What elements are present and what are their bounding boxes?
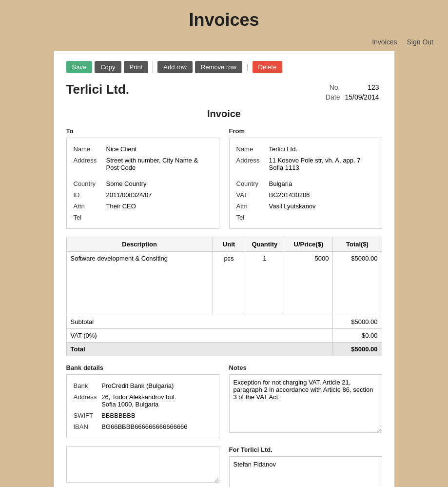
to-attn-label: Attn	[74, 201, 105, 211]
bank-iban-value: BG66BBBB666666666666666	[101, 422, 191, 432]
col-total: Total($)	[333, 237, 382, 252]
to-id-value: 2011/008324/07	[106, 190, 212, 200]
sig-heading: For Terlici Ltd.	[229, 446, 382, 453]
col-quantity: Quantity	[245, 237, 284, 252]
to-country-label: Country	[74, 179, 105, 189]
bank-bank-label: Bank	[74, 381, 101, 391]
separator-top	[153, 61, 153, 73]
items-table: Description Unit Quantity U/Price($) Tot…	[66, 237, 382, 356]
col-uprice: U/Price($)	[284, 237, 333, 252]
to-attn-value: Their CEO	[106, 201, 212, 211]
from-table: Name Terlici Ltd. Address 11 Kosovo Pole…	[235, 143, 366, 223]
invoice-title: Invoice	[66, 108, 382, 120]
top-nav: Invoices Sign Out	[0, 35, 448, 51]
from-vat-value: BG201430206	[269, 190, 365, 200]
toolbar-top: Save Copy Print Add row Remove row | Del…	[66, 61, 382, 73]
notes-textarea[interactable]	[229, 374, 382, 433]
no-label: No.	[324, 83, 342, 92]
col-description: Description	[66, 237, 213, 252]
to-inner: Name Nice Client Address Street with num…	[66, 138, 219, 229]
page-title: Invoices	[0, 0, 448, 35]
copy-button-top[interactable]: Copy	[95, 61, 121, 73]
to-block: To Name Nice Client Address Street with …	[66, 127, 219, 229]
nav-signout[interactable]: Sign Out	[407, 38, 433, 46]
to-tel-value	[106, 212, 212, 223]
subtotal-row: Subtotal $5000.00	[66, 315, 382, 329]
from-inner: Name Terlici Ltd. Address 11 Kosovo Pole…	[229, 138, 382, 229]
subtotal-label: Subtotal	[66, 315, 333, 329]
bank-heading: Bank details	[66, 364, 219, 371]
item-quantity: 1	[245, 252, 284, 315]
from-tel-label: Tel	[236, 212, 268, 223]
notes-heading: Notes	[229, 364, 382, 371]
to-address-label: Address	[74, 155, 105, 173]
bank-table: Bank ProCredit Bank (Bulgaria) Address 2…	[73, 380, 193, 433]
from-heading: From	[229, 127, 382, 135]
total-row: Total $5000.00	[66, 343, 382, 356]
bank-swift-value: BBBBBBBB	[101, 410, 191, 421]
removerow-button-top[interactable]: Remove row	[195, 61, 242, 73]
no-value: 123	[343, 83, 381, 92]
toolbar-sep2: |	[247, 63, 249, 71]
item-unit: pcs	[213, 252, 245, 315]
bank-address-label: Address	[74, 392, 101, 409]
bank-swift-label: SWIFT	[74, 410, 101, 421]
company-name: Terlici Ltd.	[66, 82, 130, 97]
to-name-label: Name	[74, 144, 105, 154]
from-country-value: Bulgaria	[269, 179, 365, 189]
bank-notes-section: Bank details Bank ProCredit Bank (Bulgar…	[66, 364, 382, 438]
from-vat-label: VAT	[236, 190, 268, 200]
to-id-label: ID	[74, 190, 105, 200]
sig-right: For Terlici Ltd.	[229, 446, 382, 487]
to-table: Name Nice Client Address Street with num…	[73, 143, 213, 223]
bank-section: Bank details Bank ProCredit Bank (Bulgar…	[66, 364, 219, 438]
to-address-value: Street with number, City Name & Post Cod…	[106, 155, 212, 173]
from-attn-value: Vasil Lyutskanov	[269, 201, 365, 211]
address-section: To Name Nice Client Address Street with …	[66, 127, 382, 229]
from-address-label: Address	[236, 155, 268, 173]
to-tel-label: Tel	[74, 212, 105, 223]
invoice-container: Save Copy Print Add row Remove row | Del…	[54, 51, 395, 487]
from-attn-label: Attn	[236, 201, 268, 211]
from-country-label: Country	[236, 179, 268, 189]
print-button-top[interactable]: Print	[124, 61, 149, 73]
invoice-header: Terlici Ltd. No. 123 Date 15/09/2014	[66, 82, 382, 102]
nav-invoices[interactable]: Invoices	[372, 38, 397, 46]
bank-iban-label: IBAN	[74, 422, 101, 432]
from-name-value: Terlici Ltd.	[269, 144, 365, 154]
total-value: $5000.00	[333, 343, 382, 356]
from-name-label: Name	[236, 144, 268, 154]
to-heading: To	[66, 127, 219, 135]
sig-left-textarea[interactable]	[66, 446, 219, 483]
notes-section: Notes	[229, 364, 382, 438]
addrow-button-top[interactable]: Add row	[157, 61, 193, 73]
bank-bank-value: ProCredit Bank (Bulgaria)	[101, 381, 191, 391]
invoice-meta: No. 123 Date 15/09/2014	[323, 82, 382, 102]
delete-button-top[interactable]: Delete	[253, 61, 283, 73]
item-description: Software development & Consiting	[66, 252, 213, 315]
signature-section: For Terlici Ltd.	[66, 446, 382, 487]
item-uprice: 5000	[284, 252, 333, 315]
vat-value: $0.00	[333, 329, 382, 343]
sig-left	[66, 446, 219, 487]
vat-row: VAT (0%) $0.00	[66, 329, 382, 343]
sig-right-textarea[interactable]	[229, 456, 382, 487]
to-name-value: Nice Client	[106, 144, 212, 154]
total-label: Total	[66, 343, 333, 356]
vat-label: VAT (0%)	[66, 329, 333, 343]
from-address-value: 11 Kosovo Pole str, vh. A, app. 7Sofia 1…	[269, 155, 365, 173]
date-value: 15/09/2014	[343, 93, 381, 101]
subtotal-value: $5000.00	[333, 315, 382, 329]
bank-address-value: 26, Todor Aleksandrov bul.Sofia 1000, Bu…	[101, 392, 191, 409]
item-total: $5000.00	[333, 252, 382, 315]
bank-inner: Bank ProCredit Bank (Bulgaria) Address 2…	[66, 374, 219, 438]
from-block: From Name Terlici Ltd. Address 11 Kosovo…	[229, 127, 382, 229]
save-button-top[interactable]: Save	[66, 61, 93, 73]
date-label: Date	[324, 93, 342, 101]
to-country-value: Some Country	[106, 179, 212, 189]
from-tel-value	[269, 212, 365, 223]
col-unit: Unit	[213, 237, 245, 252]
table-row: Software development & Consiting pcs 1 5…	[66, 252, 382, 315]
